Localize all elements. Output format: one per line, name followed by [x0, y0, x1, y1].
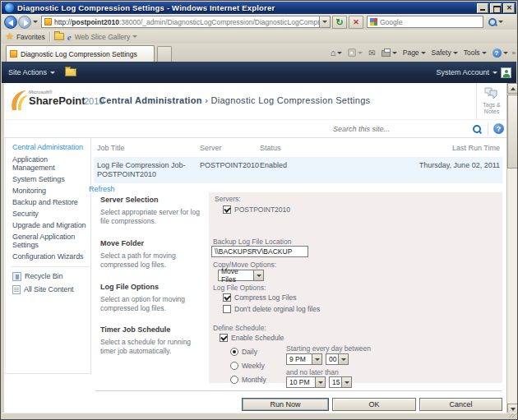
recycle-bin-link[interactable]: Recycle Bin — [12, 272, 90, 281]
sidebar-item-general-application-settings[interactable]: General Application Settings — [12, 233, 88, 249]
url-text: http://postpoint2010:38000/_admin/Diagno… — [54, 18, 319, 26]
all-site-content-link[interactable]: All Site Content — [12, 285, 90, 294]
address-dropdown-button[interactable] — [319, 16, 330, 27]
maximize-button[interactable] — [490, 3, 502, 13]
sidebar-item-central-administration[interactable]: Central Administration — [12, 143, 88, 151]
home-icon — [331, 48, 336, 58]
daily-row: Daily — [230, 348, 257, 356]
enable-schedule-checkbox[interactable] — [220, 334, 228, 342]
command-bar: Page Safety Tools ? » — [329, 45, 515, 60]
start-minute-select[interactable]: 00 — [326, 353, 349, 365]
minimize-button[interactable] — [477, 3, 488, 13]
nav-divider — [11, 266, 90, 267]
tools-menu[interactable]: Tools — [462, 48, 488, 58]
cell-last-run-time: Thursday, June 02, 2011 — [419, 161, 500, 170]
daily-radio[interactable] — [230, 348, 238, 356]
tags-notes-button[interactable]: Tags & Notes — [476, 83, 506, 119]
breadcrumb-root-link[interactable]: Central Administration — [99, 95, 202, 105]
search-row: ? — [4, 119, 506, 138]
back-button[interactable] — [4, 16, 17, 29]
address-input[interactable]: http://postpoint2010:38000/_admin/Diagno… — [41, 16, 331, 28]
read-mail-button[interactable] — [367, 48, 377, 58]
run-now-button[interactable]: Run Now — [242, 398, 329, 411]
dont-delete-row: Don't delete orginal log files — [223, 305, 320, 313]
stop-button[interactable]: ✕ — [349, 16, 363, 29]
close-button[interactable] — [503, 3, 515, 13]
help-icon: ? — [493, 48, 502, 58]
search-input[interactable] — [333, 125, 456, 133]
enable-schedule-label: Enable Schedule — [231, 334, 284, 342]
dropdown-arrow-icon — [338, 354, 348, 364]
feeds-button[interactable] — [346, 48, 364, 58]
page-menu[interactable]: Page — [401, 48, 428, 58]
magnifier-icon — [488, 18, 497, 26]
cell-status: Enabled — [260, 161, 287, 170]
overflow-chevron[interactable]: » — [512, 49, 515, 57]
section-desc-move-folder: Select a path for moving compressed log … — [100, 252, 206, 270]
scroll-thumb[interactable] — [507, 95, 518, 168]
new-tab-button[interactable] — [157, 46, 172, 62]
page-help-icon[interactable]: ? — [493, 123, 504, 134]
sidebar-item-backup-restore[interactable]: Backup and Restore — [12, 198, 88, 206]
dont-delete-checkbox-label: Don't delete orginal log files — [234, 305, 320, 313]
help-menu[interactable]: ? — [491, 48, 510, 58]
end-hour-select[interactable]: 10 PM — [286, 376, 326, 388]
web-slice-gallery-button[interactable]: Web Slice Gallery — [75, 33, 130, 41]
backup-location-input[interactable] — [211, 246, 308, 257]
sidebar-item-security[interactable]: Security — [12, 210, 88, 218]
cell-server: POSTPOINT2010 — [200, 161, 259, 170]
site-actions-menu[interactable]: Site Actions — [2, 62, 62, 83]
sidebar-item-monitoring[interactable]: Monitoring — [12, 187, 88, 195]
section-title-timer-job-schedule: Timer Job Schedule — [100, 325, 207, 334]
search-go-button[interactable] — [487, 16, 505, 29]
ie-suggested-sites-icon[interactable]: e — [67, 32, 72, 42]
search-icon[interactable] — [473, 125, 482, 134]
add-favorite-folder-icon[interactable] — [54, 33, 64, 40]
title-bar[interactable]: Diagnostic Log Compression Settings - Wi… — [2, 2, 516, 14]
history-dropdown-icon[interactable] — [33, 21, 38, 23]
compress-checkbox[interactable] — [223, 293, 231, 302]
left-navigation: Central Administration Application Manag… — [5, 138, 91, 374]
logo-brand-text: SharePoint — [29, 95, 86, 107]
navigate-up-icon[interactable] — [65, 68, 76, 76]
sidebar-item-upgrade-migration[interactable]: Upgrade and Migration — [12, 221, 88, 229]
web-search-input[interactable] — [380, 18, 462, 26]
end-minute-select[interactable]: 15 — [329, 376, 352, 388]
compress-checkbox-label: Compress Log Files — [234, 293, 297, 302]
vertical-scrollbar[interactable] — [506, 83, 517, 414]
scroll-up-button[interactable] — [507, 83, 518, 94]
section-title-move-folder: Move Folder — [100, 239, 207, 247]
resize-grip[interactable] — [509, 413, 516, 418]
web-search-box[interactable] — [367, 16, 483, 28]
all-site-content-icon — [12, 285, 21, 294]
daily-radio-label: Daily — [242, 348, 257, 356]
col-header-server: Server — [200, 144, 222, 152]
refresh-button[interactable]: ↻ — [332, 16, 347, 29]
weekly-radio[interactable] — [230, 362, 238, 370]
sharepoint-logo — [9, 88, 29, 116]
tags-notes-label: Tags & Notes — [477, 102, 506, 115]
tab-diagnostic-log[interactable]: Diagnostic Log Compression Settings — [6, 45, 155, 62]
start-hour-select[interactable]: 9 PM — [286, 353, 322, 365]
weekly-radio-label: Weekly — [242, 362, 265, 370]
forward-button[interactable] — [18, 16, 31, 29]
browser-window: Diagnostic Log Compression Settings - Wi… — [0, 0, 518, 420]
rss-feed-icon — [348, 48, 356, 57]
server-checkbox[interactable] — [223, 205, 231, 214]
cancel-button[interactable]: Cancel — [419, 398, 502, 411]
refresh-link[interactable]: Refresh — [89, 185, 115, 193]
ok-button[interactable]: OK — [332, 398, 416, 411]
sidebar-item-system-settings[interactable]: System Settings — [12, 175, 88, 183]
sidebar-item-application-management[interactable]: Application Management — [12, 155, 88, 172]
favorites-button[interactable]: Favorites — [16, 33, 45, 41]
home-button[interactable] — [329, 47, 345, 58]
dont-delete-checkbox[interactable] — [223, 305, 231, 313]
sidebar-item-configuration-wizards[interactable]: Configuration Wizards — [12, 252, 88, 261]
print-button[interactable] — [380, 48, 399, 58]
system-account-menu[interactable]: System Account — [436, 67, 516, 78]
chevron-down-icon[interactable] — [132, 35, 137, 38]
safety-menu[interactable]: Safety — [430, 48, 460, 58]
servers-label: Servers: — [215, 195, 241, 203]
copy-move-select[interactable]: Move Files — [218, 270, 264, 281]
monthly-radio[interactable] — [230, 376, 238, 384]
